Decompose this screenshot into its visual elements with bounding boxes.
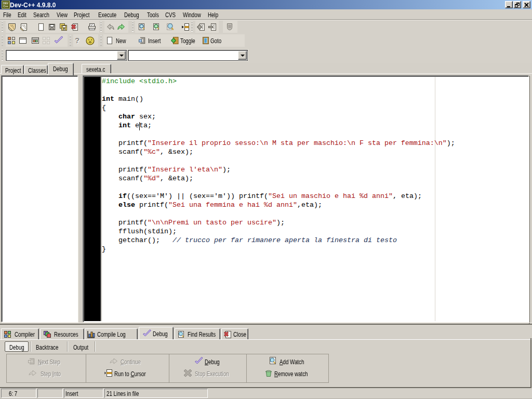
svg-text:C++: C++ <box>3 5 8 8</box>
